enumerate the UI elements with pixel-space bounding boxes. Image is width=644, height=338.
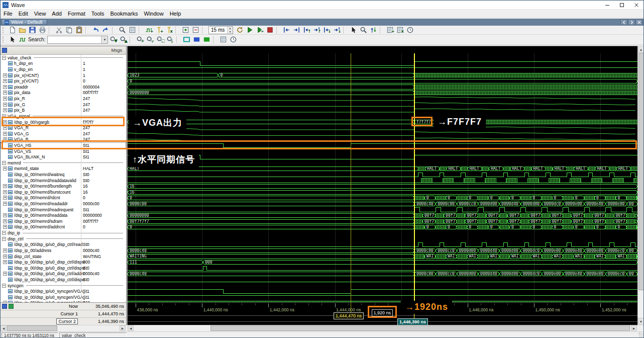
print-icon[interactable] bbox=[37, 26, 47, 34]
wave-group-row[interactable]: −value_check bbox=[1, 55, 126, 61]
zoom-in-icon[interactable]: + bbox=[135, 36, 145, 44]
timeline-options-icon[interactable] bbox=[228, 36, 238, 44]
wave-signal-row[interactable]: /dsp_ip_00/dsp_ip/u0_syncgen/VGA_VSSt1 bbox=[1, 294, 126, 300]
wave-signal-row[interactable]: h_dsp_en1 bbox=[1, 61, 126, 67]
expand-signal-icon[interactable]: + bbox=[3, 184, 7, 188]
cursor2-name[interactable]: Cursor 2 bbox=[1, 318, 81, 325]
cursor2-time-box[interactable]: 1,446,390 ns bbox=[397, 318, 428, 325]
expand-signal-icon[interactable]: + bbox=[3, 219, 7, 223]
wave-signal-row[interactable]: +/dsp_ip_00/memrd/burstlength16 bbox=[1, 183, 126, 189]
group-collapse-icon[interactable]: − bbox=[2, 161, 6, 165]
previous-rising-edge-icon[interactable]: ↑ bbox=[301, 26, 311, 34]
next-rising-edge-icon[interactable]: ↑ bbox=[311, 26, 321, 34]
paste-icon[interactable] bbox=[74, 26, 84, 34]
wave-signal-row[interactable]: /dsp_ip_00/memrd/waitreqSt0 bbox=[1, 172, 126, 178]
group-collapse-icon[interactable]: − bbox=[2, 237, 6, 241]
wave-canvas[interactable]: 10230000000000f7f7f7HALTHALTHALTHALTHALT… bbox=[128, 46, 637, 302]
find-icon[interactable] bbox=[117, 26, 127, 34]
expand-signal-icon[interactable]: + bbox=[3, 132, 7, 136]
wave-scroll-left-icon[interactable]: ◀ bbox=[128, 325, 134, 331]
wave-signal-row[interactable]: +pix_B247 bbox=[1, 107, 126, 113]
group-collapse-icon[interactable]: − bbox=[2, 231, 6, 235]
cursor1-row[interactable]: Cursor 1 1,444,470 ns bbox=[1, 310, 126, 318]
show-grid-icon[interactable] bbox=[127, 26, 137, 34]
wave-signal-row[interactable]: +VGA_R247 bbox=[1, 125, 126, 131]
group-collapse-icon[interactable]: − bbox=[2, 114, 6, 118]
copy-icon[interactable] bbox=[64, 26, 74, 34]
tab-wave-default[interactable]: Wave - Default bbox=[2, 19, 47, 25]
expand-signal-icon[interactable]: + bbox=[3, 73, 7, 77]
close-button[interactable] bbox=[629, 1, 643, 10]
cut-icon[interactable] bbox=[54, 26, 64, 34]
wave-group-row[interactable]: −VGA_signal bbox=[1, 113, 126, 119]
expand-signal-icon[interactable]: + bbox=[3, 79, 7, 83]
wave-signal-row[interactable]: /dsp_ip_00/dsp_ip/u0_syncgen/VGA_HSSt1 bbox=[1, 288, 126, 294]
redo-icon[interactable] bbox=[100, 26, 111, 34]
wave-signal-row[interactable]: VGA_BLANK_NSt1 bbox=[1, 154, 126, 160]
minimize-button[interactable] bbox=[600, 1, 614, 10]
wave-signal-row[interactable]: +pix_x(HCNT)1 bbox=[1, 72, 126, 78]
wave-signal-row[interactable]: /dsp_ip_00/memrd/readrequestSt1 bbox=[1, 207, 126, 213]
expand-signal-icon[interactable]: + bbox=[3, 196, 7, 200]
run-icon[interactable] bbox=[245, 26, 255, 34]
group-signals-icon[interactable]: + bbox=[385, 26, 395, 34]
wave-signal-row[interactable]: VGA_HSSt1 bbox=[1, 142, 126, 148]
expand-signal-icon[interactable]: + bbox=[3, 120, 7, 124]
cursor2-row[interactable]: Cursor 2 1,446,390 ns bbox=[1, 318, 126, 325]
zoom-cursor-icon[interactable]: | bbox=[165, 36, 175, 44]
next-falling-edge-icon[interactable]: ↓ bbox=[332, 26, 342, 34]
search-previous-icon[interactable]: ▲ bbox=[118, 36, 128, 44]
wave-signal-row[interactable]: +/dsp_ip_00/address0000c40 bbox=[1, 247, 126, 254]
wave-signal-row[interactable]: +pix_G247 bbox=[1, 102, 126, 108]
save-icon[interactable] bbox=[27, 26, 37, 34]
menu-help[interactable]: Help bbox=[167, 10, 184, 17]
wave-group-row[interactable]: −disp_ctrl bbox=[1, 236, 126, 242]
vertical-scrollbar-thumb[interactable] bbox=[638, 53, 644, 290]
run-length-spinner[interactable]: ▲▼ bbox=[227, 27, 233, 34]
menu-bookmarks[interactable]: Bookmarks bbox=[107, 10, 141, 17]
wave-signal-row[interactable]: /dsp_ip_00/dsp_ip/u0_disp_ctrl/readSt0 bbox=[1, 242, 126, 248]
expand-signal-icon[interactable]: + bbox=[3, 97, 7, 101]
expand-signal-icon[interactable]: + bbox=[3, 166, 7, 171]
expand-signal-icon[interactable]: + bbox=[3, 272, 7, 276]
signal-list[interactable]: −value_checkh_dsp_en1v_dsp_en1+pix_x(HCN… bbox=[1, 55, 126, 302]
cursor1-name[interactable]: Cursor 1 bbox=[1, 310, 81, 317]
previous-transition-icon[interactable] bbox=[281, 26, 291, 34]
previous-falling-edge-icon[interactable]: ↓ bbox=[321, 26, 332, 34]
wave-signal-row[interactable]: +/dsp_ip_00/memrd/rdcnt0 bbox=[1, 195, 126, 201]
wave-signal-row[interactable]: v_dsp_en1 bbox=[1, 66, 126, 72]
expand-signal-icon[interactable]: + bbox=[3, 248, 7, 252]
open-icon[interactable] bbox=[17, 26, 27, 34]
toolbar-grip[interactable] bbox=[3, 36, 5, 43]
run-continue-icon[interactable]: » bbox=[255, 26, 265, 34]
zoom-full-icon[interactable]: □ bbox=[155, 36, 165, 44]
restart-icon[interactable] bbox=[235, 26, 245, 34]
menu-view[interactable]: View bbox=[31, 10, 49, 17]
wave-signal-row[interactable]: /dsp_ip_00/dsp_ip/u0_disp_ctrl/dispstSt0 bbox=[1, 265, 126, 271]
expand-signal-icon[interactable]: + bbox=[3, 190, 7, 194]
group-collapse-icon[interactable]: − bbox=[2, 284, 6, 288]
wave-signal-row[interactable]: /dsp_ip_00/memrd/readdatavalidSt0 bbox=[1, 178, 126, 184]
next-transition-icon[interactable] bbox=[291, 26, 301, 34]
wave-signal-row[interactable]: +pix_data00f7f7f7 bbox=[1, 90, 126, 96]
group-collapse-icon[interactable]: − bbox=[2, 56, 6, 60]
wave-clock-icon[interactable] bbox=[405, 26, 415, 34]
undo-icon[interactable] bbox=[90, 26, 100, 34]
wave-signal-row[interactable]: +VGA_G247 bbox=[1, 131, 126, 137]
expand-all-icon[interactable] bbox=[180, 26, 190, 34]
names-scroll-right-icon[interactable]: ▶ bbox=[120, 325, 126, 331]
menu-file[interactable]: File bbox=[1, 10, 16, 17]
insert-cursor-icon[interactable]: + bbox=[154, 26, 164, 34]
resize-grip[interactable] bbox=[638, 332, 644, 338]
add-wave-icon[interactable]: + bbox=[144, 26, 154, 34]
wave-signal-row[interactable]: +/dsp_ip_00/memrd/burstcount16 bbox=[1, 189, 126, 195]
names-values-divider[interactable] bbox=[81, 55, 81, 302]
names-scrollbar-thumb[interactable] bbox=[7, 325, 57, 331]
select-pointer-icon[interactable] bbox=[7, 36, 17, 44]
wave-signal-row[interactable]: VGA_VSSt1 bbox=[1, 148, 126, 154]
delete-cursor-icon[interactable]: x bbox=[164, 26, 174, 34]
expand-signal-icon[interactable]: + bbox=[3, 225, 7, 229]
select-mode-icon[interactable] bbox=[348, 26, 358, 34]
expand-signal-icon[interactable]: + bbox=[3, 202, 7, 206]
break-icon[interactable] bbox=[265, 26, 275, 34]
